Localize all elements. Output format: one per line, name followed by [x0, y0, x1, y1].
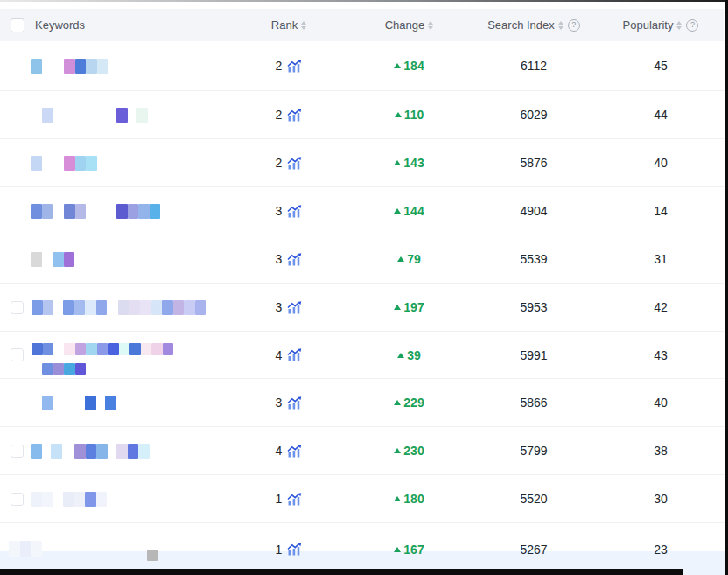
blurred-keyword-block — [42, 492, 53, 507]
help-icon[interactable]: ? — [568, 19, 580, 32]
trend-chart-icon[interactable] — [287, 396, 302, 410]
row-checkbox[interactable] — [10, 348, 24, 361]
search-index-value: 5866 — [486, 379, 582, 426]
header-rank: Rank — [245, 18, 332, 32]
change-cell: 180 — [332, 475, 486, 522]
blurred-keyword-block — [151, 343, 163, 355]
select-all-checkbox[interactable] — [10, 18, 24, 32]
table-row[interactable]: 2 143 5876 40 — [0, 139, 724, 187]
blurred-keyword-block — [96, 492, 108, 507]
blurred-keyword-block — [116, 108, 128, 123]
row-checkbox[interactable] — [10, 301, 24, 314]
keyword-research-table-screen: Keywords Rank Change Search Index ? Popu… — [0, 0, 728, 575]
blurred-keyword-block — [130, 300, 141, 315]
sort-icon[interactable] — [676, 21, 682, 30]
change-value: 110 — [404, 108, 424, 122]
blurred-keyword-block — [20, 541, 32, 557]
rank-value: 2 — [276, 59, 283, 73]
row-checkbox-cell — [0, 41, 31, 90]
search-index-value: 5953 — [486, 284, 582, 331]
blurred-keyword-block — [128, 204, 139, 219]
help-icon[interactable]: ? — [686, 19, 698, 32]
change-cell: 143 — [332, 139, 486, 186]
blurred-keyword-block — [64, 204, 75, 219]
table-row[interactable]: 2 110 6029 44 — [0, 91, 724, 139]
popularity-value: 45 — [582, 41, 724, 90]
header-search-index: Search Index ? — [486, 18, 582, 32]
popularity-value: 40 — [582, 139, 724, 186]
change-cell: 230 — [332, 427, 486, 474]
rank-cell: 3 — [245, 235, 332, 283]
blurred-keyword-block — [195, 300, 206, 315]
table-row[interactable]: 2 184 6112 45 — [0, 41, 724, 91]
search-index-value: 5267 — [486, 523, 582, 575]
up-arrow-icon — [395, 112, 402, 117]
keyword-mosaic — [31, 427, 245, 474]
row-checkbox[interactable] — [10, 493, 24, 506]
change-value: 79 — [407, 252, 421, 266]
blurred-keyword-block — [136, 108, 148, 123]
popularity-column-label: Popularity — [623, 18, 674, 32]
trend-chart-icon[interactable] — [287, 445, 302, 458]
blurred-keyword-block — [86, 156, 97, 171]
trend-chart-icon[interactable] — [287, 205, 302, 218]
blurred-keyword-block — [63, 492, 74, 507]
rank-cell: 2 — [245, 91, 332, 138]
rank-value: 2 — [276, 108, 283, 122]
blurred-keyword-block — [86, 444, 97, 459]
table-row[interactable]: 3 79 5539 31 — [0, 235, 724, 284]
trend-chart-icon[interactable] — [287, 543, 302, 556]
trend-chart-icon[interactable] — [287, 60, 302, 73]
table-row[interactable]: 3 197 5953 42 — [0, 284, 724, 332]
trend-chart-icon[interactable] — [287, 253, 302, 266]
trend-chart-icon[interactable] — [287, 493, 302, 506]
up-arrow-icon — [394, 400, 401, 405]
rank-value: 3 — [276, 300, 283, 314]
table-row[interactable]: 4 39 5991 43 — [0, 332, 724, 379]
up-arrow-icon — [394, 208, 401, 214]
blurred-keyword-block — [42, 396, 53, 410]
header-checkbox-cell — [0, 18, 31, 32]
sort-icon[interactable] — [428, 21, 433, 30]
window-right-edge — [724, 0, 728, 575]
table-row[interactable]: 3 229 5866 40 — [0, 379, 724, 427]
rank-cell: 4 — [245, 332, 332, 378]
blurred-keyword-block — [31, 156, 42, 171]
row-checkbox[interactable] — [10, 445, 24, 458]
header-change: Change — [332, 18, 486, 32]
blurred-keyword-block — [116, 444, 128, 459]
keyword-table: Keywords Rank Change Search Index ? Popu… — [0, 9, 724, 575]
blurred-keyword-block — [74, 492, 86, 507]
rank-value: 3 — [276, 252, 283, 266]
change-value: 39 — [407, 348, 421, 362]
sort-icon[interactable] — [558, 21, 564, 30]
table-row[interactable]: 4 230 5799 38 — [0, 427, 724, 475]
trend-chart-icon[interactable] — [287, 301, 302, 314]
blurred-keyword-block — [9, 541, 20, 557]
keywords-column-label: Keywords — [35, 18, 85, 32]
trend-chart-icon[interactable] — [287, 348, 302, 361]
blurred-keyword-block — [138, 204, 150, 219]
table-row[interactable]: 1 180 5520 30 — [0, 475, 724, 523]
blurred-keyword-block — [75, 363, 87, 375]
blurred-keyword-block — [31, 204, 42, 219]
blurred-keyword-block — [32, 343, 43, 355]
sort-icon[interactable] — [301, 21, 306, 30]
table-row[interactable]: 3 144 4904 14 — [0, 187, 724, 235]
blurred-keyword-block — [97, 59, 108, 74]
change-cell: 229 — [332, 379, 486, 426]
blurred-keyword-block — [86, 59, 97, 74]
keyword-mosaic — [31, 523, 245, 575]
table-row[interactable]: 1 167 5267 23 — [0, 523, 724, 575]
blurred-keyword-block — [97, 343, 108, 355]
trend-chart-icon[interactable] — [287, 109, 302, 122]
window-bottom-edge — [0, 569, 682, 575]
blurred-keyword-block — [52, 252, 64, 267]
search-index-value: 5876 — [486, 139, 582, 186]
row-checkbox-cell — [0, 235, 31, 283]
popularity-value: 31 — [582, 235, 724, 283]
popularity-value: 23 — [582, 523, 724, 575]
trend-chart-icon[interactable] — [287, 157, 302, 170]
popularity-value: 43 — [582, 332, 724, 378]
up-arrow-icon — [394, 547, 401, 552]
